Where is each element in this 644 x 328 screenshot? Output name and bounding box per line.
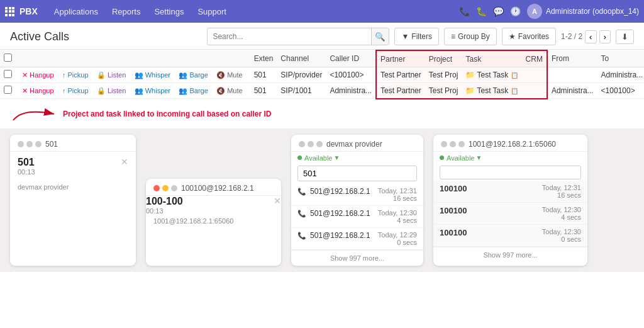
nav-icons: 📞 🐛 💬 🕐 A Administrator (odoopbx_14)	[459, 4, 639, 19]
right-show-more[interactable]: Show 997 more...	[433, 247, 587, 263]
avatar: A	[527, 4, 542, 19]
tl-r3	[458, 141, 465, 147]
nav-support[interactable]: Support	[191, 4, 233, 19]
pickup-button-2[interactable]: ↑ Pickup	[60, 86, 91, 95]
row2-partner: Test Partner	[376, 83, 425, 99]
col-channel: Channel	[277, 50, 326, 67]
prev-page-button[interactable]: ‹	[585, 30, 596, 43]
traffic-lights-501	[18, 141, 42, 147]
call-provider-501: devmax provider	[10, 181, 136, 196]
mute-button-1[interactable]: 🔇 Mute	[214, 71, 245, 80]
tl-gray-3	[35, 141, 42, 147]
annotation-area: Project and task linked to incoming call…	[0, 99, 644, 128]
hist-dur-3: 0 secs	[378, 239, 417, 246]
row2-callerid: Administra...	[326, 83, 376, 99]
row2-task: 📁Test Task 📋	[462, 83, 521, 99]
download-button[interactable]: ⬇	[616, 30, 634, 44]
whisper-button-1[interactable]: 👥 Whisper	[132, 71, 173, 80]
right-empty-input	[433, 163, 587, 181]
page-title: Active Calls	[10, 30, 69, 43]
col-exten: Exten	[250, 50, 277, 67]
chat-icon[interactable]: 💬	[493, 6, 504, 16]
brand-name: PBX	[19, 6, 38, 16]
status-dot-dialer	[297, 156, 302, 160]
call-duration-100100: 00:13	[146, 207, 281, 215]
user-badge[interactable]: A Administrator (odoopbx_14)	[527, 4, 639, 19]
search-button[interactable]: 🔍	[371, 28, 389, 45]
main-area: Active Calls 🔍 ▼ Filters ≡ Group By ★ Fa…	[0, 23, 644, 328]
phone-card-100100: 100100@192.168.2.1 100-100 ✕ 00:13 1001@…	[146, 179, 281, 266]
dialer-input-row	[291, 163, 423, 184]
filters-button[interactable]: ▼ Filters	[394, 28, 439, 45]
row2-exten: 501	[250, 83, 277, 99]
tl-d1	[299, 141, 305, 147]
groupby-button[interactable]: ≡ Group By	[444, 28, 497, 45]
dialer-status-row: Available ▼	[291, 152, 423, 163]
select-all-checkbox[interactable]	[4, 54, 12, 62]
right-panel: 1001@192.168.2.1:65060 Available ▼ 10010…	[433, 135, 587, 266]
hist-number-1: 501@192.168.2.1	[310, 187, 370, 196]
search-input[interactable]	[208, 32, 371, 41]
call-number-501: 501	[18, 157, 35, 167]
hist-dur-2: 4 secs	[378, 217, 417, 224]
hist-number-3: 501@192.168.2.1	[310, 231, 370, 240]
col-checkbox	[0, 50, 16, 67]
call-number-100100: 100-100	[146, 196, 183, 206]
favorites-button[interactable]: ★ Favorites	[502, 28, 556, 45]
dialer-input[interactable]	[297, 166, 417, 181]
next-page-button[interactable]: ›	[599, 30, 611, 43]
mute-button-2[interactable]: 🔇 Mute	[214, 86, 245, 96]
row2-from: Administra...	[547, 83, 597, 99]
nav-reports[interactable]: Reports	[106, 4, 147, 19]
card-header-501: 501	[10, 135, 136, 152]
col-to: To	[597, 50, 644, 67]
tl-yellow-1	[162, 185, 169, 191]
row1-partner: Test Partner	[376, 67, 425, 83]
table-row: ✕ Hangup ↑ Pickup 🔒 Listen 👥 Whisper 👥 B…	[0, 83, 644, 99]
history-item-2: 📞 501@192.168.2.1 Today, 12:30 4 secs	[291, 206, 423, 228]
barge-button-2[interactable]: 👥 Barge	[176, 86, 210, 96]
pickup-button-1[interactable]: ↑ Pickup	[60, 71, 91, 79]
nav-settings[interactable]: Settings	[148, 4, 190, 19]
row1-project: Test Proj	[425, 67, 462, 83]
right-dur-2: 4 secs	[542, 213, 581, 221]
clock-icon[interactable]: 🕐	[510, 6, 521, 16]
navbar: PBX Applications Reports Settings Suppor…	[0, 0, 644, 23]
listen-button-1[interactable]: 🔒 Listen	[94, 71, 128, 80]
bug-icon[interactable]: 🐛	[476, 6, 487, 16]
dialer-show-more[interactable]: Show 997 more...	[291, 250, 423, 266]
user-name: Administrator (odoopbx_14)	[546, 7, 639, 16]
nav-applications[interactable]: Applications	[48, 4, 104, 19]
dialer-title: devmax provider	[326, 140, 382, 149]
brand[interactable]: PBX	[5, 6, 38, 16]
close-button-100100[interactable]: ✕	[274, 196, 281, 206]
right-status-row: Available ▼	[433, 152, 587, 163]
col-project: Project	[425, 50, 462, 67]
right-number-3: 100100	[440, 228, 467, 237]
call-duration-501: 00:13	[18, 168, 128, 176]
annotation-text: Project and task linked to incoming call…	[63, 110, 271, 118]
card-title-100100: 100100@192.168.2.1	[181, 184, 254, 193]
whisper-button-2[interactable]: 👥 Whisper	[132, 86, 173, 96]
col-from: From	[547, 50, 597, 67]
row2-actions: ✕ Hangup ↑ Pickup 🔒 Listen 👥 Whisper 👥 B…	[16, 83, 250, 99]
barge-button-1[interactable]: 👥 Barge	[176, 71, 210, 80]
row2-checkbox	[0, 83, 16, 99]
right-time-2: Today, 12:30	[542, 206, 581, 213]
col-crm: CRM	[522, 50, 547, 67]
listen-button-2[interactable]: 🔒 Listen	[94, 86, 128, 96]
phone-card-501: 501 501 ✕ 00:13 devmax provider	[10, 135, 136, 266]
widgets-area: 501 501 ✕ 00:13 devmax provider 100100@1…	[0, 128, 644, 272]
card-title-501: 501	[45, 140, 58, 149]
calls-table: Exten Channel Caller ID Partner Project …	[0, 50, 644, 99]
hangup-button-1[interactable]: ✕ Hangup	[19, 71, 57, 80]
row2-project: Test Proj	[425, 83, 462, 99]
right-number-2: 100100	[440, 206, 467, 215]
close-button-501[interactable]: ✕	[121, 157, 128, 167]
groupby-icon: ≡	[451, 32, 455, 41]
tl-r1	[441, 141, 447, 147]
phone-icon[interactable]: 📞	[459, 6, 470, 16]
hist-time-2: Today, 12:30	[378, 209, 417, 217]
row2-to: <100100>	[597, 83, 644, 99]
hangup-button-2[interactable]: ✕ Hangup	[19, 86, 57, 96]
